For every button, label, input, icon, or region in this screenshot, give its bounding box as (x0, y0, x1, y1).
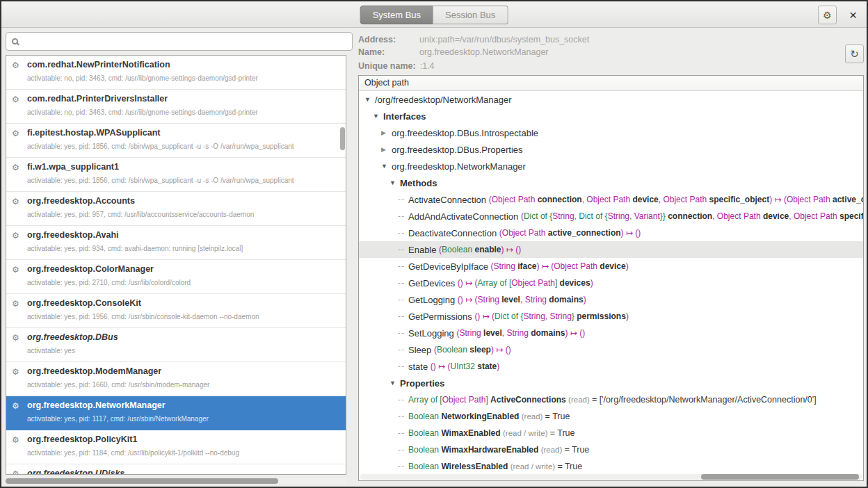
left-horizontal-scrollbar[interactable] (6, 478, 346, 484)
expander-closed-icon[interactable]: ▶ (381, 130, 392, 136)
tree-row[interactable]: ▼Interfaces (359, 108, 863, 124)
expander-open-icon[interactable]: ▼ (373, 113, 383, 120)
search-input[interactable] (22, 33, 352, 50)
tree-row[interactable]: GetPermissions () ↦ (Dict of {String, St… (359, 308, 863, 325)
bus-name: com.redhat.NewPrinterNotification (27, 60, 340, 70)
reconnect-button[interactable]: ↻ (845, 44, 864, 63)
object-path-column-header[interactable]: Object path (359, 76, 863, 91)
left-horizontal-scrollbar-thumb[interactable] (6, 478, 278, 484)
expander-open-icon[interactable]: ▼ (389, 380, 400, 387)
tree-row[interactable]: ActivateConnection (Object Path connecti… (359, 191, 863, 208)
right-horizontal-scrollbar-thumb[interactable] (701, 474, 859, 480)
name-value: org.freedesktop.NetworkManager (419, 47, 549, 58)
tree-row[interactable]: ▼Properties (359, 375, 863, 391)
right-horizontal-scrollbar[interactable] (360, 474, 862, 480)
unique-name-label: Unique name: (358, 61, 416, 72)
service-icon: ⚙ (12, 334, 19, 342)
expander-closed-icon[interactable]: ▶ (381, 147, 392, 153)
tree-row[interactable]: ▼org.freedesktop.NetworkManager (359, 158, 863, 174)
tree-row[interactable]: GetDevices () ↦ (Array of [Object Path] … (359, 275, 863, 291)
search-box (6, 32, 353, 51)
list-item[interactable]: ⚙fi.w1.wpa_supplicant1activatable: yes, … (6, 158, 346, 192)
list-item[interactable]: ⚙com.redhat.NewPrinterNotificationactiva… (6, 56, 346, 90)
tree-branch-line (398, 283, 404, 284)
tree-row[interactable]: ▼Methods (359, 174, 863, 191)
settings-button[interactable]: ⚙ (818, 6, 837, 24)
tab-system-bus[interactable]: System Bus (360, 6, 433, 24)
close-button[interactable]: × (848, 8, 858, 22)
address-value: unix:path=/var/run/dbus/system_bus_socke… (419, 35, 589, 46)
bus-detail: activatable: yes, pid: 934, cmd: avahi-d… (27, 245, 340, 252)
tree-row[interactable]: Enable (Boolean enable) ↦ () (359, 241, 863, 258)
bus-name: org.freedesktop.ColorManager (27, 264, 340, 275)
tree-row[interactable]: Boolean WimaxHardwareEnabled (read) = Tr… (359, 441, 863, 458)
tree-row[interactable]: Boolean WirelessEnabled (read / write) =… (359, 458, 863, 473)
tree-row[interactable]: GetDeviceByIpIface (String iface) ↦ (Obj… (359, 258, 863, 275)
expander-open-icon[interactable]: ▼ (389, 180, 400, 186)
list-item[interactable]: ⚙org.freedesktop.ConsoleKitactivatable: … (6, 294, 346, 328)
service-icon: ⚙ (12, 368, 19, 376)
tree-branch-line (398, 216, 404, 217)
close-icon: × (849, 8, 857, 22)
bus-detail: activatable: yes, pid: 1856, cmd: /sbin/… (27, 143, 340, 150)
detail-pane: Address: unix:path=/var/run/dbus/system_… (358, 32, 864, 484)
list-item[interactable]: ⚙org.freedesktop.ColorManageractivatable… (6, 260, 346, 294)
tree-row[interactable]: Boolean WimaxEnabled (read / write) = Tr… (359, 425, 863, 441)
tree-row[interactable]: ▶org.freedesktop.DBus.Properties (359, 141, 863, 158)
tree-row[interactable]: DeactivateConnection (Object Path active… (359, 225, 863, 241)
bus-name: fi.epitest.hostap.WPASupplicant (27, 128, 340, 138)
tree-branch-line (398, 350, 404, 350)
tree-row[interactable]: state () ↦ (UInt32 state) (359, 358, 863, 375)
tree-branch-line (398, 233, 404, 234)
dfeet-window: System Bus Session Bus ⚙ × ⚙com.redhat.N… (0, 0, 868, 488)
bus-detail: activatable: yes, pid: 1117, cmd: /usr/s… (27, 415, 340, 423)
tab-session-bus[interactable]: Session Bus (433, 6, 508, 24)
window-controls: ⚙ × (818, 6, 858, 24)
list-item[interactable]: ⚙org.freedesktop.PolicyKit1activatable: … (6, 430, 346, 464)
tree-row[interactable]: GetLogging () ↦ (String level, String do… (359, 291, 863, 308)
service-icon: ⚙ (12, 129, 19, 138)
service-icon: ⚙ (12, 402, 19, 410)
expander-open-icon[interactable]: ▼ (381, 163, 392, 170)
tree-row[interactable]: SetLogging (String level, String domains… (359, 325, 863, 341)
tree-branch-line (398, 400, 404, 400)
name-row: Name: org.freedesktop.NetworkManager (358, 47, 549, 58)
tree-branch-line (398, 416, 404, 417)
unique-name-value: :1.4 (420, 61, 435, 72)
expander-open-icon[interactable]: ▼ (364, 97, 375, 103)
list-item[interactable]: ⚙org.freedesktop.Accountsactivatable: ye… (6, 192, 346, 226)
bus-detail: activatable: yes, pid: 1660, cmd: /usr/s… (27, 381, 340, 389)
list-item[interactable]: ⚙fi.epitest.hostap.WPASupplicantactivata… (6, 124, 346, 158)
tree-branch-line (398, 250, 404, 250)
tree-row[interactable]: Array of [Object Path] ActiveConnections… (359, 391, 863, 408)
bus-detail: activatable: yes, pid: 2710, cmd: /usr/l… (27, 279, 340, 286)
list-item[interactable]: ⚙org.freedesktop.NetworkManageractivatab… (6, 396, 346, 430)
service-icon: ⚙ (12, 470, 19, 475)
list-item[interactable]: ⚙org.freedesktop.Avahiactivatable: yes, … (6, 226, 346, 260)
list-item[interactable]: ⚙com.redhat.PrinterDriversInstalleractiv… (6, 90, 346, 124)
object-tree: ▼/org/freedesktop/NetworkManager▼Interfa… (359, 91, 863, 473)
bus-name-list: ⚙com.redhat.NewPrinterNotificationactiva… (6, 55, 346, 475)
list-item[interactable]: ⚙org.freedesktop.DBusactivatable: yes (6, 328, 346, 362)
bus-name: org.freedesktop.NetworkManager (27, 400, 340, 411)
list-item[interactable]: ⚙org.freedesktop.UDisks (6, 464, 346, 475)
tree-row[interactable]: ▶org.freedesktop.DBus.Introspectable (359, 124, 863, 141)
tree-branch-line (398, 366, 404, 367)
object-path-panel: Object path ▼/org/freedesktop/NetworkMan… (358, 75, 864, 481)
tree-row[interactable]: Sleep (Boolean sleep) ↦ () (359, 341, 863, 358)
bus-detail: activatable: yes, pid: 957, cmd: /usr/li… (27, 211, 340, 218)
bus-name: org.freedesktop.PolicyKit1 (27, 434, 340, 445)
refresh-icon: ↻ (850, 49, 859, 59)
bus-detail: activatable: yes, pid: 1856, cmd: /sbin/… (27, 177, 340, 184)
list-item[interactable]: ⚙org.freedesktop.ModemManageractivatable… (6, 362, 346, 396)
bus-detail: activatable: yes (27, 347, 340, 355)
unique-name-row: Unique name: :1.4 (358, 61, 435, 72)
service-icon: ⚙ (12, 266, 19, 274)
address-row: Address: unix:path=/var/run/dbus/system_… (358, 35, 589, 46)
tree-row[interactable]: Boolean NetworkingEnabled (read) = True (359, 408, 863, 425)
tree-row[interactable]: AddAndActivateConnection (Dict of {Strin… (359, 208, 863, 225)
tree-branch-line (398, 266, 404, 267)
bus-name: org.freedesktop.ModemManager (27, 366, 340, 377)
left-vertical-scrollbar-thumb[interactable] (340, 127, 345, 150)
tree-row[interactable]: ▼/org/freedesktop/NetworkManager (359, 91, 863, 108)
